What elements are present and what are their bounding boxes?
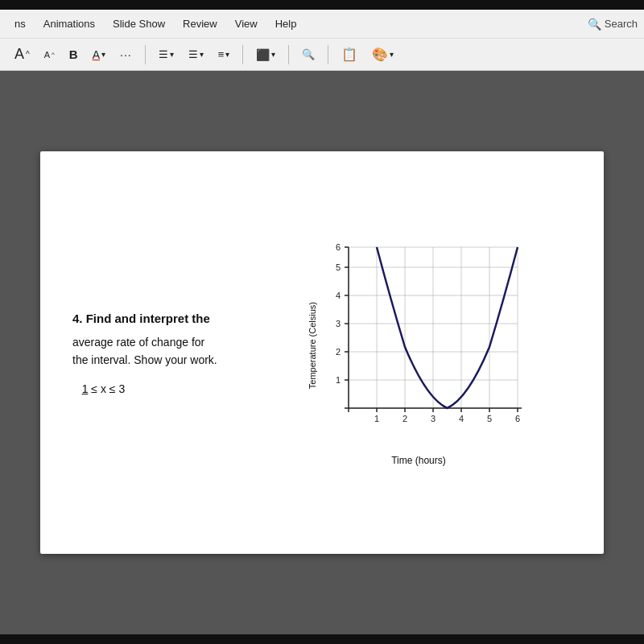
- problem-text: 4. Find and interpret the average rate o…: [72, 310, 233, 394]
- y-tick-4: 4: [336, 291, 341, 300]
- y-tick-1: 1: [336, 375, 341, 385]
- separator-2: [242, 45, 243, 64]
- chevron-down-icon-6: ▾: [390, 50, 394, 59]
- chevron-down-icon-5: ▾: [271, 50, 275, 59]
- x-tick-3: 3: [431, 414, 436, 423]
- separator-4: [328, 45, 328, 64]
- list2-icon: ☰: [188, 48, 198, 60]
- x-tick-5: 5: [487, 414, 492, 423]
- menu-bar: ns Animations Slide Show Review View Hel…: [0, 10, 644, 39]
- chevron-down-icon-4: ▾: [225, 50, 229, 59]
- list2-button[interactable]: ☰ ▾: [184, 46, 208, 63]
- graph-wrapper: Temperature (Celsius): [308, 239, 530, 466]
- bottom-bar: [0, 634, 644, 644]
- parabola-curve: [377, 247, 518, 408]
- graph-svg: 1 2 3 4 5 6: [320, 239, 530, 448]
- y-tick-5: 5: [336, 262, 341, 272]
- top-bar: [0, 0, 644, 10]
- menu-help[interactable]: Help: [267, 14, 305, 33]
- bold-button[interactable]: B: [64, 45, 83, 64]
- menu-review[interactable]: Review: [175, 14, 225, 33]
- chevron-down-icon: ▾: [101, 50, 105, 59]
- problem-number: 4. Find and interpret the: [72, 310, 233, 328]
- format-icon: 🎨: [372, 47, 388, 62]
- x-axis-label: Time (hours): [391, 455, 446, 466]
- y-axis-label: Temperature (Celsius): [308, 302, 317, 389]
- toolbar: A^ A^ B A ▾ ··· ☰ ▾ ☰ ▾ ≡ ▾ ⬛ ▾ 🔍: [0, 39, 644, 71]
- menu-items: ns Animations Slide Show Review View Hel…: [6, 14, 588, 33]
- search-label: Search: [605, 18, 638, 30]
- more-button[interactable]: ···: [115, 46, 137, 64]
- graph-container: Temperature (Celsius): [266, 239, 572, 466]
- font-size-small-button[interactable]: A^: [39, 47, 60, 62]
- format-button[interactable]: 🎨 ▾: [367, 44, 398, 64]
- graph-with-ylabel: Temperature (Celsius): [308, 239, 530, 452]
- align-icon: ≡: [218, 48, 225, 60]
- chevron-down-icon-2: ▾: [170, 50, 174, 59]
- interval-text: 1: [82, 382, 89, 395]
- y-tick-6: 6: [336, 242, 341, 252]
- x-tick-2: 2: [402, 414, 407, 423]
- separator-1: [145, 45, 146, 64]
- search-button[interactable]: 🔍: [297, 46, 320, 63]
- y-tick-3: 3: [336, 319, 341, 328]
- font-color-button[interactable]: A ▾: [88, 46, 110, 64]
- slide: 4. Find and interpret the average rate o…: [40, 151, 604, 554]
- search-toolbar-icon: 🔍: [302, 48, 315, 60]
- menu-animations[interactable]: Animations: [35, 14, 103, 33]
- font-size-large-button[interactable]: A^: [10, 43, 35, 65]
- problem-line2: average rate of change for: [72, 336, 204, 349]
- align-button[interactable]: ≡ ▾: [213, 46, 235, 63]
- shape-button[interactable]: ⬛ ▾: [251, 46, 280, 64]
- y-tick-2: 2: [336, 347, 341, 357]
- shape-icon: ⬛: [256, 48, 270, 61]
- problem-description: average rate of change for the interval.…: [72, 333, 233, 369]
- list1-button[interactable]: ☰ ▾: [154, 46, 179, 63]
- x-tick-4: 4: [459, 414, 464, 423]
- clipboard-icon: 📋: [341, 47, 357, 62]
- menu-ns[interactable]: ns: [6, 14, 34, 33]
- menu-slideshow[interactable]: Slide Show: [105, 14, 173, 33]
- menu-view[interactable]: View: [227, 14, 266, 33]
- chevron-down-icon-3: ▾: [200, 50, 204, 59]
- x-tick-1: 1: [374, 414, 379, 423]
- font-color-icon: A: [93, 48, 100, 61]
- problem-line3: the interval. Show your work.: [72, 353, 217, 366]
- search-icon: 🔍: [588, 18, 601, 31]
- search-area[interactable]: 🔍 Search: [588, 18, 638, 31]
- interval: 1 ≤ x ≤ 3: [72, 382, 233, 395]
- graph-svg-container: 1 2 3 4 5 6: [320, 239, 530, 452]
- separator-3: [288, 45, 289, 64]
- app-window: ns Animations Slide Show Review View Hel…: [0, 0, 644, 644]
- clipboard-button[interactable]: 📋: [336, 44, 362, 64]
- x-tick-6: 6: [515, 414, 520, 423]
- list1-icon: ☰: [159, 48, 168, 60]
- slide-area: 4. Find and interpret the average rate o…: [0, 71, 644, 634]
